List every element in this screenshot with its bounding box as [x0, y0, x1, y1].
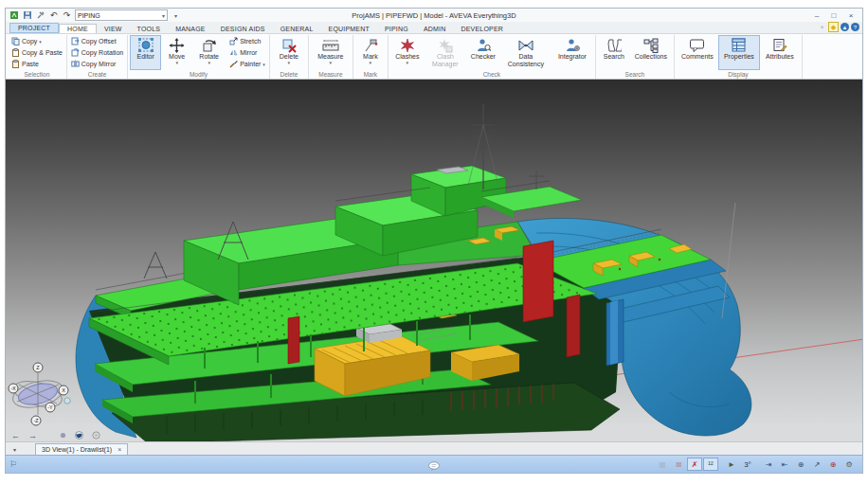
search-button[interactable]: Search — [598, 35, 630, 70]
data-consistency-icon — [517, 38, 534, 53]
move-button[interactable]: Move ▾ — [161, 35, 192, 70]
copy-offset-button[interactable]: Copy Offset — [69, 36, 125, 46]
status-snap-ref-toggle[interactable]: ¹² — [703, 458, 718, 471]
undo-button[interactable]: ↶ — [48, 10, 59, 21]
status-tool-icons: ▦ ⊠ ✗ ¹² ► 3° ⇥ ⇤ ⊕ ↗ ⊕ ⚙ — [655, 458, 862, 471]
perspective-dot-icon[interactable] — [60, 432, 66, 439]
copy-button[interactable]: Copy ▾ — [9, 36, 64, 46]
doc-tab-3d-view[interactable]: 3D View(1) - Drawlist(1) × — [35, 443, 128, 455]
copy-mirror-button[interactable]: Copy Mirror — [69, 59, 125, 69]
comments-button[interactable]: Comments — [677, 35, 718, 70]
painter-button[interactable]: Painter ▾ — [227, 59, 267, 69]
integrator-button[interactable]: Integrator — [552, 35, 593, 70]
clashes-button[interactable]: Clashes ▾ — [390, 35, 425, 70]
status-move-out-tool[interactable]: ⇤ — [777, 458, 792, 471]
help-icon[interactable]: ? — [851, 23, 859, 31]
chevron-down-icon: ▾ — [407, 61, 409, 64]
plug-icon — [36, 10, 45, 20]
attributes-icon — [772, 38, 787, 53]
mark-button[interactable]: Mark ▾ — [355, 35, 386, 70]
delete-icon — [281, 38, 297, 53]
checker-button[interactable]: Checker — [466, 35, 500, 70]
stretch-button[interactable]: Stretch — [227, 36, 267, 46]
doc-tab-close-icon[interactable]: × — [118, 446, 121, 453]
collapse-ribbon-icon[interactable]: ▲ — [841, 23, 849, 31]
status-snap-off-toggle[interactable]: ✗ — [687, 458, 702, 471]
editor-button[interactable]: Editor — [130, 35, 161, 70]
chevron-down-icon: ▾ — [370, 61, 372, 64]
ribbon-group-check: Clashes ▾ Clash Manager Checker Data Con… — [389, 35, 596, 79]
tab-project[interactable]: PROJECT — [9, 23, 59, 33]
doc-tab-list-dropdown[interactable]: ▾ — [6, 446, 22, 455]
minimize-button[interactable]: – — [809, 10, 824, 21]
chevron-down-icon: ▾ — [208, 61, 210, 64]
chevron-down-icon: ▾ — [262, 62, 265, 67]
group-label-modify: Modify — [130, 70, 267, 79]
ghost-circle-icon[interactable] — [92, 431, 100, 440]
copy-rotation-button[interactable]: Copy Rotation — [69, 47, 125, 58]
copy-and-paste-button[interactable]: Copy & Paste — [9, 47, 64, 58]
discipline-combobox[interactable]: PIPING ▾ — [75, 9, 168, 21]
close-button[interactable]: × — [843, 10, 859, 21]
collections-button[interactable]: Collections — [630, 35, 672, 70]
status-target-tool[interactable]: ⊕ — [825, 458, 841, 471]
status-grid-toggle[interactable]: ▦ — [655, 458, 670, 471]
tab-general[interactable]: GENERAL — [273, 25, 321, 33]
measure-button[interactable]: Measure ▾ — [311, 35, 351, 70]
tab-home[interactable]: HOME — [59, 24, 97, 33]
compass-yneg-label: -Y — [47, 404, 53, 410]
attributes-button[interactable]: Attributes — [760, 35, 800, 70]
power-compass-icon[interactable]: ◆ — [828, 22, 839, 32]
status-message-bubble-icon[interactable] — [428, 458, 441, 476]
nav-back-button[interactable]: ← — [11, 431, 20, 440]
tab-admin[interactable]: ADMIN — [416, 25, 454, 33]
status-angle-snap-toggle[interactable]: 3° — [740, 458, 755, 471]
properties-icon — [732, 38, 746, 52]
ribbon-group-selection: Copy ▾ Copy & Paste Paste Selection — [8, 35, 67, 79]
group-label-selection: Selection — [9, 70, 64, 79]
rotate-icon — [201, 38, 218, 53]
status-settings-tool[interactable]: ⚙ — [841, 458, 857, 471]
checker-icon — [476, 38, 491, 53]
pin-icon[interactable]: ∘ — [818, 23, 826, 31]
redo-button[interactable]: ↷ — [62, 10, 72, 21]
ribbon-group-measure: Measure ▾ Measure — [309, 35, 353, 79]
properties-button[interactable]: Properties — [718, 35, 760, 70]
rotate-button[interactable]: Rotate ▾ — [192, 35, 226, 70]
status-move-in-tool[interactable]: ⇥ — [761, 458, 776, 471]
status-origin-tool[interactable]: ⊕ — [793, 458, 808, 471]
qat-customize-button[interactable]: ▾ — [171, 10, 181, 21]
chevron-down-icon: ▾ — [288, 61, 291, 64]
tab-view[interactable]: VIEW — [97, 25, 130, 33]
tab-piping[interactable]: PIPING — [377, 25, 416, 33]
3d-viewport[interactable]: Z -Z X -X -Y ← → — [6, 80, 862, 441]
tab-developer[interactable]: DEVELOPER — [453, 25, 511, 33]
save-icon — [23, 10, 32, 20]
data-consistency-button[interactable]: Data Consistency — [500, 35, 552, 70]
mirror-button[interactable]: Mirror — [227, 47, 267, 58]
tab-design-aids[interactable]: DESIGN AIDS — [213, 25, 273, 33]
painter-icon — [229, 60, 238, 68]
status-rotate-step-tool[interactable]: ↗ — [809, 458, 824, 471]
globe-view-icon[interactable] — [75, 431, 83, 440]
save-button[interactable] — [22, 10, 32, 21]
session-button[interactable] — [35, 10, 45, 21]
tab-tools[interactable]: TOOLS — [130, 25, 169, 33]
tab-equipment[interactable]: EQUIPMENT — [321, 25, 377, 33]
copy-icon — [11, 37, 20, 45]
status-lock-toggle[interactable]: ⊠ — [671, 458, 686, 471]
group-label-delete: Delete — [272, 70, 306, 79]
measure-icon — [322, 38, 339, 53]
app-icon[interactable] — [9, 10, 19, 21]
status-cursor-snap-toggle[interactable]: ► — [724, 458, 739, 471]
status-flag-icon[interactable]: ⚐ — [6, 459, 17, 469]
paste-button[interactable]: Paste — [9, 59, 64, 69]
tab-row-tools: ∘ ◆ ▲ ? — [818, 22, 859, 32]
view-compass-gizmo[interactable]: Z -Z X -X -Y — [8, 354, 74, 430]
nav-forward-button[interactable]: → — [28, 431, 37, 440]
ship-model-3d-view — [6, 80, 862, 441]
tab-manage[interactable]: MANAGE — [168, 25, 213, 33]
ribbon-group-search: Search Collections Search — [596, 35, 675, 79]
restore-button[interactable]: □ — [826, 10, 841, 21]
delete-button[interactable]: Delete ▾ — [272, 35, 306, 70]
